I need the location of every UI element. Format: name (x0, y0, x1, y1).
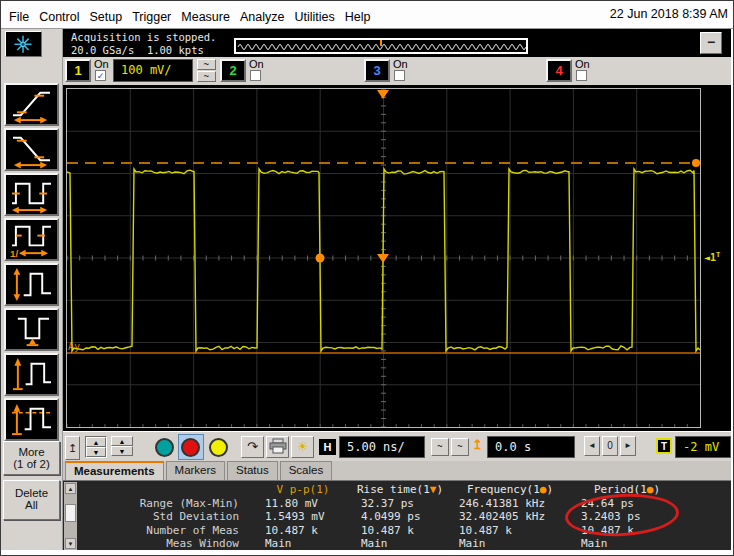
measurement-marker-dot (316, 254, 325, 263)
spinner-up-icon[interactable]: ▲ (111, 436, 133, 446)
channel-1-coupling-button-bottom[interactable]: ~ (197, 71, 216, 82)
menu-item-control[interactable]: Control (39, 10, 79, 24)
channel-4-button[interactable]: 4 (546, 59, 572, 82)
menu-item-help[interactable]: Help (345, 10, 371, 24)
fine-spinner[interactable]: ▲▼ (85, 436, 107, 458)
meas-value: 32.402405 kHz (449, 510, 571, 524)
horizontal-toolbar: ↥ ▲▼ ▲▼ ↷ ☀ H 5.00 ns/ ~ ~ ↥ 0.0 s ◄ 0 ►… (63, 431, 731, 461)
channel-2-enable-checkbox[interactable] (250, 70, 261, 81)
menu-item-file[interactable]: File (9, 10, 29, 24)
measure-vtop-button[interactable] (4, 353, 59, 396)
scroll-up-icon[interactable]: ▲ (65, 483, 76, 494)
waveform-grid[interactable]: Ay (66, 88, 701, 428)
spinner-down-icon[interactable]: ▼ (86, 447, 106, 457)
meas-value: 4.0499 ps (351, 510, 449, 524)
print-button[interactable] (266, 436, 289, 458)
menu-items: FileControlSetupTriggerMeasureAnalyzeUti… (9, 7, 380, 25)
meas-column-header: Frequency(1●) (449, 483, 571, 497)
acquisition-bar: Acquisition is stopped. 20.0 GSa/s 1.00 … (63, 29, 731, 57)
acquisition-rate-depth: 20.0 GSa/s 1.00 kpts (71, 44, 204, 56)
channel-3-enable-checkbox[interactable] (394, 70, 405, 81)
channel-1-coupling-button-top[interactable]: ~ (197, 59, 216, 70)
delay-left-button[interactable]: ◄ (584, 436, 600, 456)
delay-zero-button[interactable]: 0 (602, 436, 618, 456)
meas-value: 32.37 ps (351, 497, 449, 511)
spinner-down-icon[interactable]: ▼ (111, 446, 133, 456)
ay-marker-label: Ay (68, 341, 80, 352)
menu-item-measure[interactable]: Measure (181, 10, 230, 24)
v-peak-peak-icon (6, 265, 57, 304)
menu-item-utilities[interactable]: Utilities (294, 10, 334, 24)
meas-row-label: Range (Max-Min) (81, 497, 255, 511)
svg-text:1/: 1/ (10, 248, 18, 259)
more-button[interactable]: More (1 of 2) (3, 441, 60, 475)
tab-measurements[interactable]: Measurements (65, 461, 164, 480)
app-menu-button[interactable] (5, 31, 42, 57)
channel-1-button[interactable]: 1 (65, 59, 91, 82)
timebase-value[interactable]: 5.00 ns/ (339, 436, 425, 458)
vertical-adjust-button[interactable]: ↥ (65, 436, 80, 460)
menu-item-trigger[interactable]: Trigger (132, 10, 171, 24)
measure-rise-time-button[interactable] (4, 83, 59, 126)
channel-1-on-label: On (94, 58, 109, 70)
delete-all-button[interactable]: Delete All (3, 480, 60, 520)
measure-period-button[interactable] (4, 173, 59, 216)
trigger-level-value[interactable]: -2 mV (675, 436, 731, 458)
acquisition-status: Acquisition is stopped. (71, 31, 216, 43)
tab-row: MeasurementsMarkersStatusScales (63, 461, 731, 480)
meas-value: Main (449, 537, 571, 551)
trigger-label: T (656, 438, 672, 454)
channel-3-on-label: On (393, 58, 408, 70)
measure-vpp-button[interactable] (4, 263, 59, 306)
v-top-icon (6, 355, 57, 394)
horizontal-zoom-button[interactable]: ~ (431, 438, 449, 456)
acquisition-preview[interactable] (234, 38, 528, 54)
scroll-down-icon[interactable]: ▼ (65, 538, 76, 549)
meas-column-header: Rise time(1▼) (351, 483, 449, 497)
datetime: 22 Jun 2018 8:39 AM (610, 7, 728, 21)
menu-item-setup[interactable]: Setup (89, 10, 122, 24)
marker-color-teal-button[interactable] (155, 438, 174, 457)
spinner-up-icon[interactable]: ▲ (86, 437, 106, 447)
trigger-delay-icon: ↥ (472, 437, 485, 457)
meas-row-label: Std Deviation (81, 510, 255, 524)
measure-vaverage-button[interactable] (4, 398, 59, 441)
channel-1-enable-checkbox[interactable]: ✓ (95, 70, 106, 81)
scrollbar-thumb[interactable] (65, 504, 76, 522)
channel-1-scale[interactable]: 100 mV/ (113, 59, 193, 82)
channel-4-on-label: On (575, 58, 590, 70)
tab-status[interactable]: Status (227, 461, 278, 480)
channel-2-button[interactable]: 2 (220, 59, 246, 82)
channel-1-level-marker[interactable]: ◄1T (704, 251, 720, 263)
recall-button[interactable]: ↷ (241, 436, 264, 458)
display-brightness-button[interactable]: ☀ (291, 436, 314, 458)
horizontal-wave-button[interactable]: ~ (451, 438, 469, 456)
channel-2-on-label: On (249, 58, 264, 70)
marker-color-red-button[interactable] (181, 438, 200, 457)
printer-icon (268, 437, 288, 455)
channel-bar: 1 On ✓ 100 mV/ ~ ~ 2 On 3 On 4 On (63, 57, 731, 85)
scope-display: Ay ◄1T (63, 85, 731, 431)
marker-color-yellow-button[interactable] (209, 438, 228, 457)
measure-vbase-button[interactable] (4, 308, 59, 351)
meas-row-label: Meas Window (81, 537, 255, 551)
measurements-scrollbar[interactable]: ▲ ▼ (64, 482, 77, 550)
delay-right-button[interactable]: ► (620, 436, 636, 456)
more-page-indicator: (1 of 2) (13, 458, 49, 470)
meas-column-header: V p-p(1) (255, 483, 351, 497)
rise-time-icon (6, 85, 57, 124)
v-base-icon (6, 310, 57, 349)
measure-fall-time-button[interactable] (4, 128, 59, 171)
minimize-button[interactable]: − (700, 32, 722, 54)
tab-scales[interactable]: Scales (280, 461, 333, 480)
tab-markers[interactable]: Markers (166, 461, 226, 480)
meas-value: Main (571, 537, 683, 551)
channel-4-enable-checkbox[interactable] (576, 70, 587, 81)
channel-3-button[interactable]: 3 (364, 59, 390, 82)
measure-frequency-button[interactable]: 1/ (4, 218, 59, 261)
menu-item-analyze[interactable]: Analyze (240, 10, 284, 24)
coarse-spinner[interactable]: ▲▼ (111, 436, 133, 458)
meas-value: 11.80 mV (255, 497, 351, 511)
sidebar: 1/ (1, 29, 63, 550)
delay-value[interactable]: 0.0 s (487, 436, 575, 458)
